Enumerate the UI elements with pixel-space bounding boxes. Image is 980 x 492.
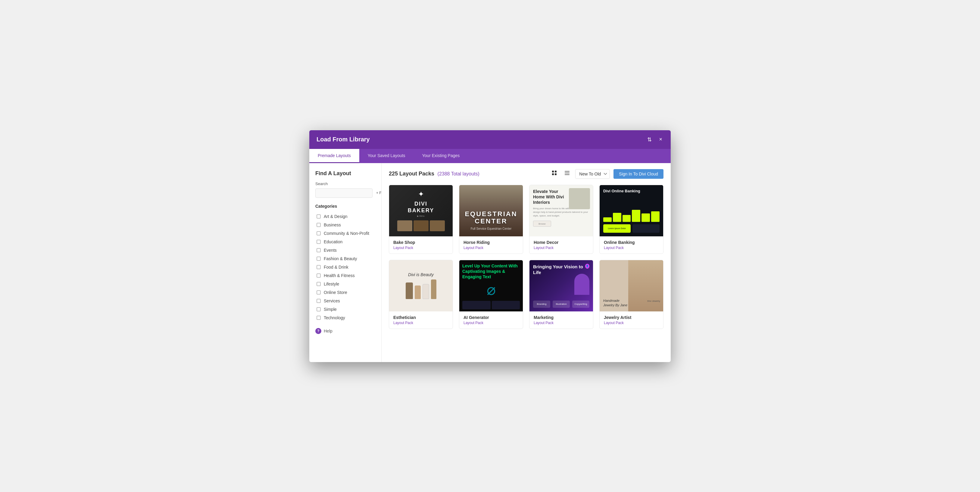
svg-rect-2 — [552, 173, 554, 175]
category-checkbox-art-design — [317, 214, 321, 219]
categories-list: Art & DesignBusinessCommunity & Non-Prof… — [315, 212, 375, 322]
layout-card-type-horse-riding: Layout Pack — [463, 246, 519, 250]
category-label-community: Community & Non-Profit — [324, 231, 369, 236]
banking-chart — [603, 207, 660, 222]
banking-cards: Lorem Ipsum Dolor — [603, 224, 660, 233]
esthetician-thumb-title: Divi is Beauty — [408, 272, 434, 277]
grid-view-button[interactable] — [550, 169, 559, 179]
layout-card-info-horse-riding: Horse Riding Layout Pack — [459, 236, 523, 254]
content-controls: New To Old Old To New A to Z Z to A Sign… — [550, 169, 663, 179]
category-label-online-store: Online Store — [324, 290, 347, 295]
sort-icon-button[interactable]: ⇅ — [646, 135, 653, 144]
category-label-fashion: Fashion & Beauty — [324, 256, 357, 261]
layout-card-thumb-ai-generator: Level Up Your Content With Captivating I… — [459, 260, 523, 311]
layout-card-name-jewelry-artist: Jewelry Artist — [604, 315, 659, 320]
layout-card-thumb-horse-riding: EQUESTRIANCENTER Full Service Equestrian… — [459, 185, 523, 236]
category-checkbox-events — [317, 248, 321, 252]
home-decor-thumb-img — [569, 188, 590, 209]
layout-card-online-banking[interactable]: Divi Online Banking Lorem Ipsum Dolor On… — [599, 185, 663, 254]
svg-rect-0 — [552, 171, 554, 173]
horse-thumb-title: EQUESTRIANCENTER — [465, 211, 517, 225]
category-checkbox-services — [317, 299, 321, 303]
main-content: 225 Layout Packs (2388 Total layouts) — [382, 163, 671, 362]
category-item-education[interactable]: Education — [315, 238, 375, 246]
layouts-grid: ✦ DIVIBAKERY ▶ Menu Bake Shop Layout Pac… — [389, 185, 663, 329]
modal-tabs: Premade Layouts Your Saved Layouts Your … — [309, 149, 671, 163]
layout-card-info-jewelry-artist: Jewelry Artist Layout Pack — [600, 311, 663, 329]
search-row: + Filter — [315, 188, 375, 198]
category-label-lifestyle: Lifestyle — [324, 281, 339, 286]
layout-card-ai-generator[interactable]: Level Up Your Content With Captivating I… — [459, 260, 523, 329]
category-label-simple: Simple — [324, 307, 337, 312]
jewelry-logo: Divi Jewelry — [647, 300, 660, 302]
layout-card-type-bake-shop: Layout Pack — [393, 246, 449, 250]
jewelry-model — [628, 260, 663, 311]
category-item-technology[interactable]: Technology — [315, 313, 375, 322]
search-input[interactable] — [315, 188, 372, 198]
category-checkbox-technology — [317, 316, 321, 320]
category-checkbox-fashion — [317, 257, 321, 261]
layout-card-bake-shop[interactable]: ✦ DIVIBAKERY ▶ Menu Bake Shop Layout Pac… — [389, 185, 453, 254]
ai-bottom — [462, 301, 520, 309]
layout-card-name-online-banking: Online Banking — [604, 240, 659, 245]
sort-select[interactable]: New To Old Old To New A to Z Z to A — [575, 169, 610, 179]
marketing-icons: Branding Illustration Copywriting — [533, 300, 589, 308]
category-item-community[interactable]: Community & Non-Profit — [315, 229, 375, 238]
category-item-events[interactable]: Events — [315, 246, 375, 254]
category-label-education: Education — [324, 240, 342, 244]
sign-in-cloud-button[interactable]: Sign In To Divi Cloud — [614, 169, 663, 179]
layout-card-type-home-decor: Layout Pack — [534, 246, 589, 250]
layout-card-thumb-home-decor: Elevate Your Home With Divi Interiors Br… — [530, 185, 593, 236]
category-checkbox-community — [317, 231, 321, 235]
layout-card-name-ai-generator: AI Generator — [463, 315, 519, 320]
help-label: Help — [324, 329, 332, 334]
layout-card-info-esthetician: Esthetician Layout Pack — [389, 311, 453, 329]
content-header: 225 Layout Packs (2388 Total layouts) — [389, 169, 663, 179]
search-label: Search — [315, 182, 375, 186]
layout-card-type-ai-generator: Layout Pack — [463, 321, 519, 325]
category-item-services[interactable]: Services — [315, 297, 375, 305]
layout-card-thumb-bake-shop: ✦ DIVIBAKERY ▶ Menu — [389, 185, 453, 236]
grid-icon — [552, 170, 557, 176]
category-item-food[interactable]: Food & Drink — [315, 263, 375, 271]
banking-thumb-title: Divi Online Banking — [603, 189, 660, 194]
marketing-user-icon: 👤 — [585, 264, 589, 268]
category-item-business[interactable]: Business — [315, 221, 375, 229]
layout-card-info-bake-shop: Bake Shop Layout Pack — [389, 236, 453, 254]
layout-card-name-esthetician: Esthetician — [393, 315, 449, 320]
filter-button[interactable]: + Filter — [375, 190, 382, 196]
layout-card-home-decor[interactable]: Elevate Your Home With Divi Interiors Br… — [529, 185, 593, 254]
help-icon: ? — [315, 328, 321, 334]
close-button[interactable]: × — [658, 135, 663, 144]
category-label-business: Business — [324, 222, 341, 227]
layout-card-type-marketing: Layout Pack — [534, 321, 589, 325]
layout-card-info-online-banking: Online Banking Layout Pack — [600, 236, 663, 254]
tab-existing-pages[interactable]: Your Existing Pages — [414, 149, 468, 163]
list-icon — [565, 170, 570, 176]
bake-shop-images — [397, 220, 445, 231]
esthetician-bottles — [406, 280, 436, 299]
tab-saved-layouts[interactable]: Your Saved Layouts — [359, 149, 414, 163]
layout-card-thumb-jewelry-artist: Handmade Jewelry By Jane Divi Jewelry — [600, 260, 663, 311]
layout-card-horse-riding[interactable]: EQUESTRIANCENTER Full Service Equestrian… — [459, 185, 523, 254]
category-item-health[interactable]: Health & Fitness — [315, 271, 375, 280]
svg-rect-3 — [555, 173, 557, 175]
modal-header-actions: ⇅ × — [646, 135, 663, 144]
modal-title: Load From Library — [317, 136, 370, 143]
category-item-online-store[interactable]: Online Store — [315, 288, 375, 297]
category-item-art-design[interactable]: Art & Design — [315, 212, 375, 221]
category-item-lifestyle[interactable]: Lifestyle — [315, 280, 375, 288]
category-checkbox-business — [317, 223, 321, 227]
category-item-fashion[interactable]: Fashion & Beauty — [315, 254, 375, 263]
layout-card-type-esthetician: Layout Pack — [393, 321, 449, 325]
sidebar: Find A Layout Search + Filter Categories… — [309, 163, 382, 362]
load-from-library-modal: Load From Library ⇅ × Premade Layouts Yo… — [309, 130, 671, 362]
help-button[interactable]: ? Help — [315, 328, 375, 334]
category-item-simple[interactable]: Simple — [315, 305, 375, 313]
list-view-button[interactable] — [563, 169, 572, 179]
layout-card-jewelry-artist[interactable]: Handmade Jewelry By Jane Divi Jewelry Je… — [599, 260, 663, 329]
layout-card-esthetician[interactable]: Divi is Beauty Esthetician Layout Pack — [389, 260, 453, 329]
layout-card-marketing[interactable]: Bringing Your Vision to Life 👤 Branding … — [529, 260, 593, 329]
tab-premade-layouts[interactable]: Premade Layouts — [309, 149, 359, 163]
layout-count: 225 Layout Packs (2388 Total layouts) — [389, 171, 479, 177]
